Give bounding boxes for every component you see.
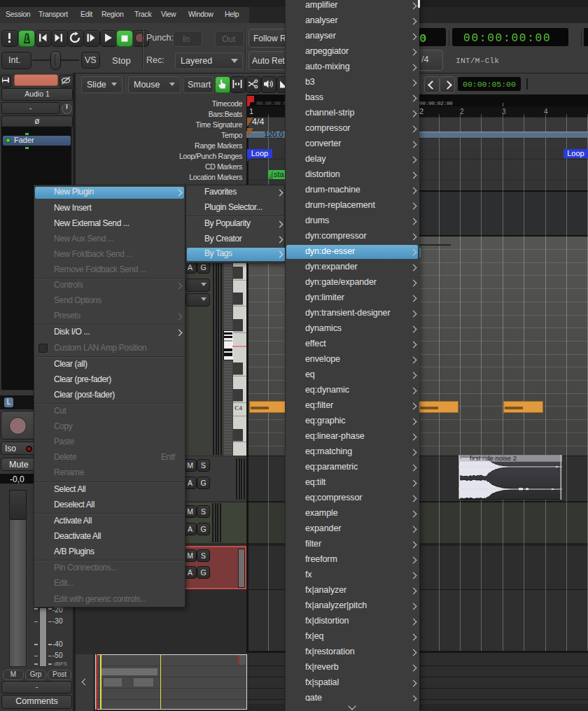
svg-text:first ride noise 2: first ride noise 2	[470, 455, 517, 462]
